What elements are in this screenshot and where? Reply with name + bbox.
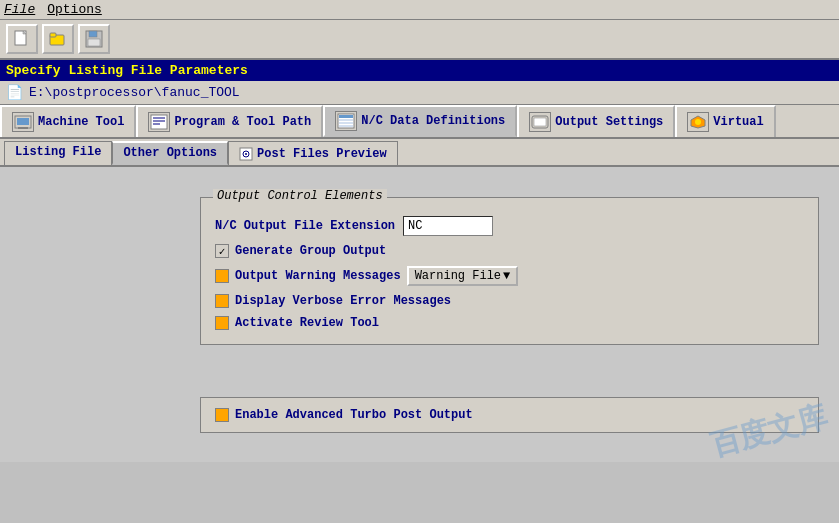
display-verbose-checkbox[interactable] xyxy=(215,294,229,308)
svg-rect-15 xyxy=(339,115,353,118)
output-settings-label: Output Settings xyxy=(555,115,663,129)
activate-review-row: Activate Review Tool xyxy=(215,316,804,330)
options-menu[interactable]: Options xyxy=(47,2,102,17)
generate-group-checkbox[interactable]: ✓ xyxy=(215,244,229,258)
svg-rect-17 xyxy=(339,122,353,124)
other-options-label: Other Options xyxy=(123,146,217,160)
open-button[interactable] xyxy=(42,24,74,54)
output-control-legend: Output Control Elements xyxy=(213,189,387,203)
nc-output-label: N/C Output File Extension xyxy=(215,219,395,233)
nc-output-input[interactable] xyxy=(403,216,493,236)
tab-machine-tool[interactable]: Machine Tool xyxy=(0,105,136,137)
activate-review-checkbox[interactable] xyxy=(215,316,229,330)
output-control-box: Output Control Elements N/C Output File … xyxy=(200,197,819,345)
new-button[interactable] xyxy=(6,24,38,54)
sub-tabs: Listing File Other Options Post Files Pr… xyxy=(0,139,839,167)
svg-rect-10 xyxy=(151,115,167,129)
output-warning-label: Output Warning Messages xyxy=(235,269,401,283)
program-tool-path-label: Program & Tool Path xyxy=(174,115,311,129)
output-warning-row: Output Warning Messages Warning File ▼ xyxy=(215,266,804,286)
sub-tab-other-options[interactable]: Other Options xyxy=(112,141,228,165)
svg-rect-16 xyxy=(339,119,353,121)
svg-rect-20 xyxy=(534,118,546,126)
machine-tool-label: Machine Tool xyxy=(38,115,124,129)
open-icon xyxy=(49,30,67,48)
content-area: Output Control Elements N/C Output File … xyxy=(0,167,839,462)
title-bar: Specify Listing File Parameters xyxy=(0,60,839,81)
machine-tool-icon xyxy=(12,112,34,132)
warning-file-arrow: ▼ xyxy=(503,269,510,283)
file-menu[interactable]: File xyxy=(4,2,35,17)
warning-file-label: Warning File xyxy=(415,269,501,283)
save-button[interactable] xyxy=(78,24,110,54)
output-settings-icon xyxy=(529,112,551,132)
save-icon xyxy=(85,30,103,48)
svg-rect-5 xyxy=(89,31,97,37)
sub-tab-listing-file[interactable]: Listing File xyxy=(4,141,112,165)
listing-file-label: Listing File xyxy=(15,145,101,159)
nc-data-icon xyxy=(335,111,357,131)
new-icon xyxy=(13,30,31,48)
menubar: File Options xyxy=(0,0,839,20)
output-warning-checkbox[interactable] xyxy=(215,269,229,283)
svg-rect-9 xyxy=(18,127,28,129)
warning-file-button[interactable]: Warning File ▼ xyxy=(407,266,519,286)
program-tool-path-icon xyxy=(148,112,170,132)
tab-program-tool-path[interactable]: Program & Tool Path xyxy=(136,105,323,137)
svg-point-22 xyxy=(695,119,701,125)
main-tabs: Machine Tool Program & Tool Path N/C Dat… xyxy=(0,105,839,139)
tab-output-settings[interactable]: Output Settings xyxy=(517,105,675,137)
preview-icon xyxy=(239,147,253,161)
virtual-label: Virtual xyxy=(713,115,763,129)
sub-tab-post-files-preview[interactable]: Post Files Preview xyxy=(228,141,398,165)
svg-rect-18 xyxy=(339,125,353,127)
generate-group-row: ✓ Generate Group Output xyxy=(215,244,804,258)
enable-advanced-checkbox[interactable] xyxy=(215,408,229,422)
tab-nc-data[interactable]: N/C Data Definitions xyxy=(323,105,517,137)
nc-data-label: N/C Data Definitions xyxy=(361,114,505,128)
activate-review-label: Activate Review Tool xyxy=(235,316,379,330)
post-files-preview-label: Post Files Preview xyxy=(257,147,387,161)
nc-output-row: N/C Output File Extension xyxy=(215,216,804,236)
svg-point-25 xyxy=(245,153,247,155)
toolbar xyxy=(0,20,839,60)
svg-rect-3 xyxy=(50,33,56,37)
path-text: E:\postprocessor\fanuc_TOOL xyxy=(29,85,240,100)
virtual-icon xyxy=(687,112,709,132)
path-bar: 📄 E:\postprocessor\fanuc_TOOL xyxy=(0,81,839,105)
title-text: Specify Listing File Parameters xyxy=(6,63,248,78)
tab-virtual[interactable]: Virtual xyxy=(675,105,775,137)
svg-rect-8 xyxy=(17,118,29,125)
display-verbose-label: Display Verbose Error Messages xyxy=(235,294,451,308)
enable-advanced-label: Enable Advanced Turbo Post Output xyxy=(235,408,473,422)
display-verbose-row: Display Verbose Error Messages xyxy=(215,294,804,308)
svg-rect-6 xyxy=(88,39,100,46)
path-icon: 📄 xyxy=(6,84,23,101)
generate-group-label: Generate Group Output xyxy=(235,244,386,258)
